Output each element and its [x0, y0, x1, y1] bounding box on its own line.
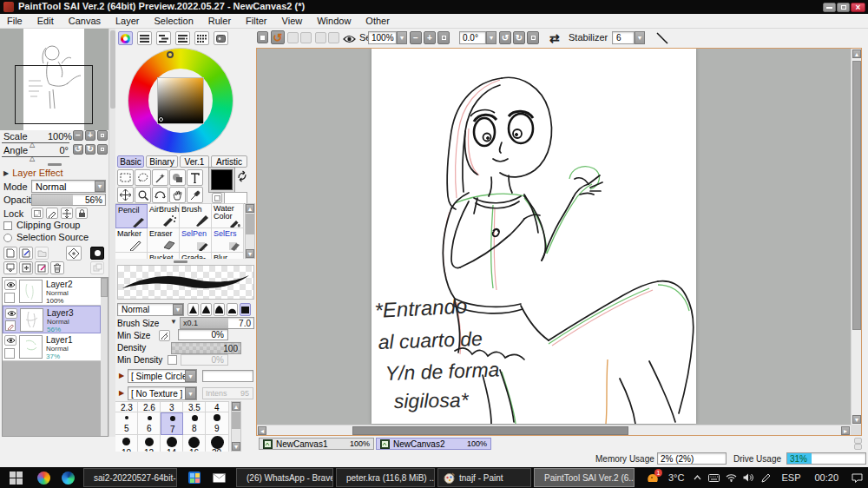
- action-center-icon[interactable]: [845, 467, 868, 488]
- layer-thumbnail[interactable]: [19, 335, 43, 359]
- nav-angle-slider[interactable]: [2, 156, 69, 157]
- taskbar-button-brave[interactable]: (26) WhatsApp - Brave: [236, 468, 333, 487]
- eyedropper-tool-button[interactable]: [187, 187, 203, 203]
- brush-empty-slot[interactable]: [115, 253, 148, 259]
- sv-marker[interactable]: [158, 116, 164, 122]
- nav-rotate-ccw-button[interactable]: ↺: [73, 144, 83, 155]
- layer-effect-header[interactable]: ▶ Layer Effect: [3, 168, 63, 178]
- tip-shape-sharp-button[interactable]: [187, 303, 199, 316]
- tab-binary[interactable]: Binary: [146, 155, 178, 168]
- color-wheel[interactable]: [128, 49, 233, 153]
- layer-thumbnail[interactable]: [19, 280, 43, 303]
- stabilizer-dropdown-button[interactable]: ▾: [635, 31, 645, 44]
- swap-colors-icon[interactable]: [236, 170, 248, 182]
- tab-basic[interactable]: Basic: [117, 155, 144, 168]
- panel-toggle-button[interactable]: [257, 31, 268, 43]
- brush-marker[interactable]: Marker: [115, 228, 148, 253]
- brush-eraser[interactable]: Eraser: [148, 228, 180, 253]
- size-preset-12[interactable]: 12: [138, 435, 161, 452]
- mask-button[interactable]: [90, 247, 104, 260]
- layer-row-layer3-selected[interactable]: Layer3 Normal 56%: [3, 306, 101, 333]
- layer-link-checkbox[interactable]: [4, 293, 15, 303]
- cut-button[interactable]: [300, 32, 312, 43]
- undo-button[interactable]: ↺: [271, 30, 285, 44]
- min-size-field[interactable]: 0%: [178, 329, 228, 340]
- taskbar-button-sai-active[interactable]: PaintTool SAI Ver.2 (6...: [534, 468, 635, 487]
- hsv-slider-tab-button[interactable]: [156, 31, 171, 45]
- menu-selection[interactable]: Selection: [155, 16, 194, 26]
- preset-scroll-up-button[interactable]: ▴: [232, 402, 240, 411]
- menu-window[interactable]: Window: [317, 16, 351, 26]
- brush-brush[interactable]: Brush: [180, 204, 212, 228]
- start-button[interactable]: [0, 467, 31, 488]
- brush-shape-dropdown[interactable]: [ Simple Circle ] ▾: [128, 369, 197, 383]
- layer-thumbnail[interactable]: [20, 308, 43, 332]
- size-preset-9[interactable]: 9: [206, 412, 229, 435]
- size-preset-14[interactable]: 14: [161, 435, 183, 452]
- tray-clock[interactable]: 00:20: [807, 472, 845, 483]
- nav-scale-slider-marker[interactable]: △: [30, 141, 35, 148]
- menu-view[interactable]: View: [282, 16, 303, 26]
- mode-dropdown[interactable]: Normal ▾: [31, 180, 106, 193]
- saturation-value-square[interactable]: [157, 77, 204, 124]
- tray-weather-icon[interactable]: 1: [642, 467, 663, 488]
- minimize-button[interactable]: [823, 3, 836, 12]
- new-layer-set-button[interactable]: [35, 247, 49, 260]
- canvas-hscrollbar-thumb[interactable]: [352, 426, 628, 435]
- zoom-reset-button[interactable]: [437, 31, 450, 44]
- zoom-out-button[interactable]: −: [410, 31, 422, 44]
- marquee-tool-button[interactable]: [117, 169, 134, 186]
- magic-wand-tool-button[interactable]: [152, 169, 168, 186]
- delete-layer-button[interactable]: [50, 261, 64, 274]
- brush-scroll-up-button[interactable]: ▴: [246, 204, 254, 213]
- zoom-dropdown-button[interactable]: ▾: [397, 31, 407, 44]
- mode-dropdown-button[interactable]: ▾: [95, 181, 105, 192]
- selection-source-radio[interactable]: [3, 234, 12, 242]
- brush-texture-dropdown[interactable]: [ No Texture ] ▾: [128, 386, 197, 400]
- lasso-tool-button[interactable]: [135, 169, 151, 186]
- brush-blur[interactable]: Blur: [212, 253, 244, 259]
- menu-ruler[interactable]: Ruler: [208, 16, 231, 26]
- canvas-scroll-right-button[interactable]: ▸: [841, 426, 850, 435]
- left-panel-scrollbar[interactable]: [108, 29, 115, 437]
- canvas-page[interactable]: *Entrando al cuarto de Y/n de forma sigi…: [372, 49, 696, 424]
- menu-other[interactable]: Other: [365, 16, 390, 26]
- duplicate-layer-button[interactable]: [90, 261, 104, 274]
- copy-button[interactable]: [315, 32, 326, 43]
- layer-visibility-button[interactable]: [5, 308, 17, 319]
- taskbar-app-tile-icon[interactable]: [182, 467, 207, 488]
- brush-pencil[interactable]: Pencil: [115, 204, 148, 228]
- menu-edit[interactable]: Edit: [37, 16, 54, 26]
- tray-temperature[interactable]: 3°C: [663, 472, 689, 483]
- secondary-color-swatch[interactable]: [224, 192, 247, 204]
- layer-row-layer2[interactable]: Layer2 Normal 100%: [3, 278, 101, 306]
- canvas-vscrollbar-thumb[interactable]: [852, 61, 861, 330]
- tip-shape-flat-button[interactable]: [240, 303, 251, 316]
- texture-intensity-field[interactable]: Intens 95: [202, 387, 253, 399]
- taskbar-button-krita[interactable]: peter.kra (116,8 MiB) ...: [336, 468, 435, 487]
- nav-rotate-reset-button[interactable]: [97, 144, 108, 155]
- lock-move-button[interactable]: [61, 208, 73, 219]
- tip-shape-curve1-button[interactable]: [201, 303, 212, 316]
- nav-zoom-out-button[interactable]: −: [73, 130, 83, 141]
- layer-list-scrollbar-thumb[interactable]: [101, 278, 108, 297]
- hand-tool-button[interactable]: [169, 187, 186, 203]
- shape-tool-button[interactable]: [169, 169, 186, 186]
- stabilizer-value-box[interactable]: 6: [612, 31, 635, 44]
- size-preset-2.3[interactable]: 2.3: [115, 401, 138, 412]
- layer-row-layer1[interactable]: Layer1 Normal 37%: [3, 333, 101, 361]
- tab-ver1[interactable]: Ver.1: [180, 155, 209, 168]
- zoom-tool-button[interactable]: [135, 187, 151, 203]
- redo-button[interactable]: [287, 32, 299, 43]
- zoom-in-button[interactable]: +: [424, 31, 436, 44]
- nav-zoom-in-button[interactable]: +: [85, 130, 95, 141]
- size-preset-7-selected[interactable]: 7: [161, 412, 183, 435]
- min-size-pressure-button[interactable]: [159, 330, 170, 341]
- rgb-slider-tab-button[interactable]: [137, 31, 152, 45]
- size-preset-2.6[interactable]: 2.6: [138, 401, 161, 412]
- brush-blend-mode-dropdown[interactable]: Normal ▾: [117, 303, 184, 316]
- rotate-view-tool-button[interactable]: [152, 187, 168, 203]
- menu-layer[interactable]: Layer: [115, 16, 140, 26]
- canvas-scroll-down-button[interactable]: ▾: [852, 415, 861, 424]
- clear-layer-button[interactable]: [35, 261, 49, 274]
